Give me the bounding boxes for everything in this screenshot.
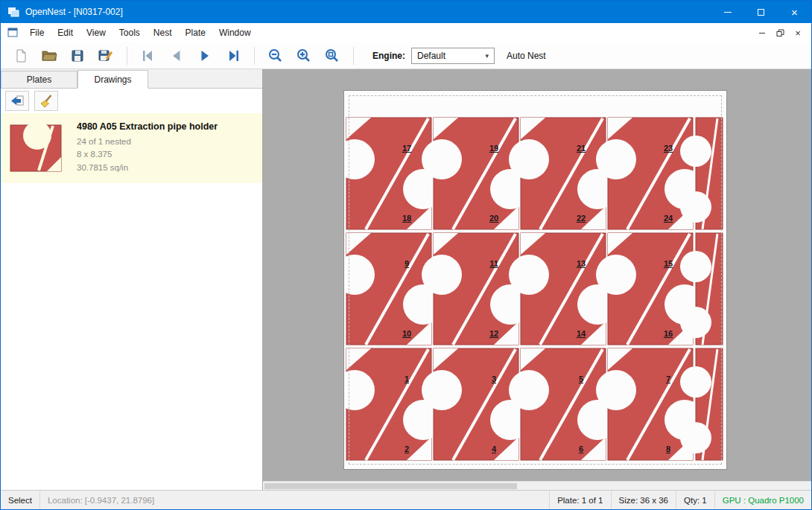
part-number[interactable]: 2: [405, 444, 409, 453]
part-number[interactable]: 14: [577, 329, 586, 338]
previous-plate-icon: [169, 48, 184, 63]
document-icon[interactable]: [7, 27, 19, 39]
first-plate-button[interactable]: [137, 45, 159, 67]
part-number[interactable]: 6: [579, 444, 583, 453]
mdi-window-controls: ×: [755, 26, 811, 39]
part-number[interactable]: 9: [405, 259, 409, 268]
zoom-fit-button[interactable]: [321, 45, 343, 67]
maximize-button[interactable]: [744, 1, 778, 23]
nest-canvas[interactable]: 171819202122232491011121314151612345678: [263, 69, 811, 490]
zoom-in-icon: [296, 48, 311, 63]
open-file-button[interactable]: [38, 45, 60, 67]
import-drawing-button[interactable]: [5, 91, 29, 111]
zoom-out-icon: [268, 48, 283, 63]
part-number[interactable]: 16: [664, 329, 673, 338]
part-number[interactable]: 22: [577, 214, 586, 223]
status-qty: Qty: 1: [676, 491, 714, 509]
menu-window[interactable]: Window: [212, 23, 258, 42]
menu-plate[interactable]: Plate: [179, 23, 212, 42]
horizontal-scrollbar-thumb[interactable]: [264, 483, 517, 489]
clear-drawings-button[interactable]: [34, 91, 58, 111]
maximize-icon: [758, 9, 764, 16]
menu-view[interactable]: View: [80, 23, 112, 42]
toolbar-separator: [254, 47, 255, 65]
part-number[interactable]: 12: [489, 329, 498, 338]
engine-label: Engine:: [372, 51, 405, 61]
mdi-minimize-icon: [759, 33, 765, 34]
minimize-icon: [724, 12, 732, 13]
part-number[interactable]: 20: [489, 214, 498, 223]
zoom-in-button[interactable]: [293, 45, 315, 67]
part-number[interactable]: 19: [489, 144, 498, 153]
plate-part-numbers: 171819202122232491011121314151612345678: [344, 91, 726, 469]
part-number[interactable]: 1: [405, 374, 409, 383]
status-mode: Select: [1, 491, 39, 509]
mdi-close-button[interactable]: ×: [790, 26, 805, 39]
minimize-button[interactable]: [711, 1, 744, 23]
part-number[interactable]: 18: [402, 214, 411, 223]
close-button[interactable]: ×: [778, 1, 811, 23]
part-number[interactable]: 15: [664, 259, 673, 268]
save-edit-icon: [98, 48, 113, 63]
toolbar-separator: [353, 47, 354, 65]
close-icon: ×: [791, 7, 798, 18]
drawings-list: 4980 A05 Extraction pipe holder 24 of 1 …: [1, 113, 262, 490]
engine-select[interactable]: Default ▾: [411, 48, 495, 64]
broom-icon: [39, 94, 54, 109]
drawing-nested-count: 24 of 1 nested: [77, 136, 218, 148]
part-number[interactable]: 5: [579, 374, 583, 383]
open-folder-icon: [41, 49, 57, 63]
part-number[interactable]: 11: [489, 259, 498, 268]
tab-plates[interactable]: Plates: [1, 71, 77, 88]
previous-plate-button[interactable]: [165, 45, 188, 67]
save-edit-button[interactable]: [95, 45, 117, 67]
status-size: Size: 36 x 36: [612, 491, 676, 509]
horizontal-scrollbar[interactable]: [263, 481, 811, 490]
last-plate-button[interactable]: [222, 45, 244, 67]
menu-edit[interactable]: Edit: [51, 23, 80, 42]
next-plate-icon: [197, 48, 212, 63]
save-icon: [71, 49, 84, 63]
save-button[interactable]: [66, 45, 89, 67]
last-plate-icon: [226, 48, 241, 63]
next-plate-button[interactable]: [194, 45, 216, 67]
drawings-toolbar: [1, 89, 262, 113]
menu-file[interactable]: File: [23, 23, 51, 42]
drawing-area: 30.7815 sq/in: [77, 162, 218, 174]
left-panel: Plates Drawings: [1, 69, 263, 490]
app-window: OpenNest - [N0317-002] × File Edit View …: [0, 0, 812, 510]
part-number[interactable]: 7: [666, 374, 670, 383]
part-number[interactable]: 4: [492, 444, 496, 453]
window-title: OpenNest - [N0317-002]: [25, 7, 123, 17]
part-number[interactable]: 8: [666, 444, 670, 453]
new-file-icon: [13, 48, 28, 63]
status-location: Location: [-0.9437, 21.8796]: [40, 491, 162, 509]
mdi-close-icon: ×: [795, 28, 801, 38]
status-gpu: GPU : Quadro P1000: [715, 491, 811, 509]
status-plate: Plate: 1 of 1: [550, 491, 610, 509]
menu-nest[interactable]: Nest: [147, 23, 179, 42]
status-bar: Select Location: [-0.9437, 21.8796] Plat…: [1, 490, 811, 509]
menu-tools[interactable]: Tools: [112, 23, 147, 42]
zoom-out-button[interactable]: [264, 45, 287, 67]
part-number[interactable]: 24: [664, 214, 673, 223]
auto-nest-button[interactable]: Auto Nest: [507, 51, 546, 61]
part-number[interactable]: 10: [402, 329, 411, 338]
new-file-button[interactable]: [10, 45, 32, 67]
tab-drawings[interactable]: Drawings: [77, 70, 148, 89]
main-toolbar: Engine: Default ▾ Auto Nest: [1, 42, 811, 69]
part-number[interactable]: 17: [402, 144, 411, 153]
engine-select-value: Default: [417, 51, 445, 61]
mdi-restore-button[interactable]: [773, 26, 787, 39]
drawing-list-item[interactable]: 4980 A05 Extraction pipe holder 24 of 1 …: [1, 113, 262, 183]
toolbar-separator: [127, 47, 127, 65]
plate[interactable]: 171819202122232491011121314151612345678: [343, 90, 727, 470]
panel-tabs: Plates Drawings: [1, 69, 262, 89]
part-number[interactable]: 21: [577, 144, 586, 153]
mdi-minimize-button[interactable]: [755, 26, 770, 39]
part-number[interactable]: 13: [577, 259, 586, 268]
part-number[interactable]: 3: [492, 374, 496, 383]
part-thumbnail: [8, 120, 65, 176]
window-controls: ×: [711, 1, 811, 23]
part-number[interactable]: 23: [664, 144, 673, 153]
